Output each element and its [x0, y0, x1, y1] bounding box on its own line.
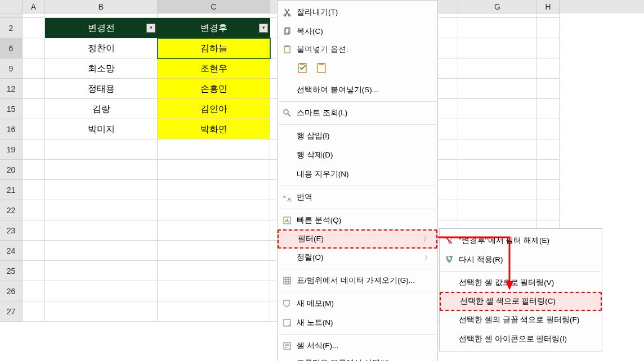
cell[interactable]: [23, 99, 45, 119]
cell[interactable]: [23, 79, 45, 99]
cell[interactable]: [45, 261, 158, 281]
row-header[interactable]: 16: [0, 119, 23, 139]
cell[interactable]: [45, 301, 158, 322]
menu-paste-special[interactable]: 선택하여 붙여넣기(S)...: [278, 80, 437, 100]
submenu-by-color[interactable]: 선택한 셀 색으로 필터링(C): [440, 292, 602, 311]
cell[interactable]: [458, 119, 537, 139]
menu-new-note[interactable]: 새 노트(N): [278, 313, 437, 332]
row-header[interactable]: 15: [0, 99, 23, 119]
menu-cut[interactable]: 잘라내기(T): [278, 3, 437, 22]
cell[interactable]: 김하늘: [158, 38, 270, 58]
menu-clear[interactable]: 내용 지우기(N): [278, 165, 437, 184]
row-header[interactable]: 9: [0, 58, 23, 79]
cell[interactable]: 최소망: [45, 58, 158, 79]
menu-get-data[interactable]: 표/범위에서 데이터 가져오기(G)...: [278, 271, 437, 290]
cell[interactable]: [45, 139, 158, 160]
cell[interactable]: [23, 13, 45, 18]
cell[interactable]: [158, 160, 270, 180]
menu-smart-lookup[interactable]: 스마트 조회(L): [278, 103, 437, 123]
cell[interactable]: 손흥민: [158, 79, 270, 99]
cell[interactable]: [45, 281, 158, 301]
menu-translate[interactable]: aあ 번역: [278, 188, 437, 207]
filter-dropdown-icon[interactable]: ▾: [259, 24, 268, 33]
cell[interactable]: [537, 200, 560, 220]
cell[interactable]: 김인아: [158, 99, 270, 119]
cell[interactable]: [45, 200, 158, 220]
cell[interactable]: [537, 58, 560, 79]
menu-insert-row[interactable]: 행 삽입(I): [278, 127, 437, 146]
cell[interactable]: [458, 13, 537, 18]
column-header-G[interactable]: G: [458, 0, 537, 13]
cell[interactable]: [23, 261, 45, 281]
cell[interactable]: [458, 180, 537, 200]
cell[interactable]: [158, 13, 270, 18]
cell[interactable]: [158, 301, 270, 322]
cell[interactable]: [537, 139, 560, 160]
cell[interactable]: 박미지: [45, 119, 158, 139]
cell[interactable]: 조현우: [158, 58, 270, 79]
cell[interactable]: [45, 220, 158, 241]
cell[interactable]: [458, 79, 537, 99]
menu-quick-analysis[interactable]: 빠른 분석(Q): [278, 211, 437, 230]
cell[interactable]: [158, 281, 270, 301]
cell[interactable]: [458, 160, 537, 180]
row-header[interactable]: 23: [0, 220, 23, 241]
cell[interactable]: [23, 38, 45, 58]
menu-delete-row[interactable]: 행 삭제(D): [278, 146, 437, 165]
row-header[interactable]: 26: [0, 281, 23, 301]
row-header[interactable]: 2: [0, 18, 23, 38]
submenu-by-value[interactable]: 선택한 셀 값으로 필터링(V): [440, 273, 602, 292]
menu-dropdown-pick[interactable]: 드롭다운 목록에서 선택(K): [278, 355, 437, 361]
submenu-by-font-color[interactable]: 선택한 셀의 글꼴 색으로 필터링(F): [440, 310, 602, 330]
cell[interactable]: [458, 200, 537, 220]
menu-new-memo[interactable]: 새 메모(M): [278, 294, 437, 313]
select-all-corner[interactable]: [0, 0, 23, 13]
cell[interactable]: [23, 241, 45, 261]
column-header-A[interactable]: A: [23, 0, 45, 13]
menu-copy[interactable]: 복사(C): [278, 22, 437, 41]
cell[interactable]: [537, 119, 560, 139]
row-header[interactable]: 6: [0, 38, 23, 58]
cell[interactable]: [158, 139, 270, 160]
cell[interactable]: [23, 160, 45, 180]
cell[interactable]: [458, 38, 537, 58]
cell[interactable]: 정찬이: [45, 38, 158, 58]
cell[interactable]: [23, 18, 45, 38]
cell[interactable]: [23, 139, 45, 160]
cell[interactable]: [45, 160, 158, 180]
cell[interactable]: 김랑: [45, 99, 158, 119]
cell[interactable]: [537, 18, 560, 38]
cell[interactable]: [458, 18, 537, 38]
row-header[interactable]: [0, 13, 23, 18]
cell[interactable]: [23, 220, 45, 241]
row-header[interactable]: 25: [0, 261, 23, 281]
row-header[interactable]: 19: [0, 139, 23, 160]
submenu-by-icon[interactable]: 선택한 셀 아이콘으로 필터링(I): [440, 330, 602, 349]
cell[interactable]: [23, 58, 45, 79]
cell[interactable]: 변경후▾: [158, 18, 270, 38]
cell[interactable]: [458, 58, 537, 79]
column-header-H[interactable]: H: [537, 0, 560, 13]
menu-cell-format[interactable]: 셀 서식(F)...: [278, 336, 437, 355]
cell[interactable]: [45, 180, 158, 200]
cell[interactable]: [458, 99, 537, 119]
cell[interactable]: [45, 241, 158, 261]
cell[interactable]: [158, 241, 270, 261]
row-header[interactable]: 20: [0, 160, 23, 180]
cell[interactable]: [537, 13, 560, 18]
column-header-B[interactable]: B: [45, 0, 158, 13]
paste-option-2-icon[interactable]: [316, 62, 328, 74]
cell[interactable]: [537, 79, 560, 99]
menu-sort[interactable]: 정렬(O) 〉: [278, 248, 437, 267]
row-header[interactable]: 22: [0, 200, 23, 220]
menu-filter[interactable]: 필터(E) 〉: [278, 229, 437, 249]
cell[interactable]: 정태용: [45, 79, 158, 99]
cell[interactable]: [158, 261, 270, 281]
cell[interactable]: [23, 281, 45, 301]
filter-dropdown-icon[interactable]: ▾: [146, 24, 155, 33]
cell[interactable]: [23, 119, 45, 139]
paste-option-1-icon[interactable]: [297, 62, 309, 74]
submenu-reapply[interactable]: 다시 적용(R): [440, 250, 602, 269]
cell[interactable]: [158, 180, 270, 200]
row-header[interactable]: 27: [0, 301, 23, 322]
